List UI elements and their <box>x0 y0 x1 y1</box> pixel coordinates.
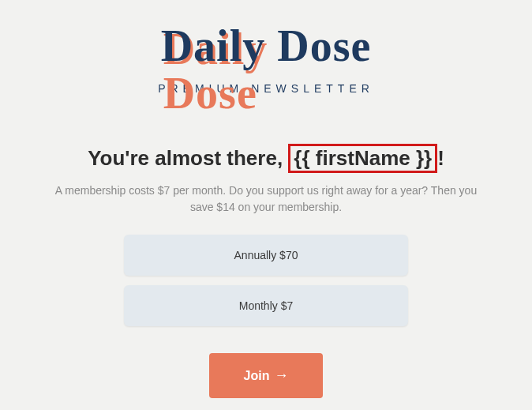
arrow-right-icon: → <box>274 367 288 384</box>
plan-annual-button[interactable]: Annually $70 <box>124 235 408 276</box>
join-button-label: Join <box>244 369 270 383</box>
brand-logo: Daily Dose Daily Dose <box>161 24 372 68</box>
plan-options: Annually $70 Monthly $7 <box>124 235 408 326</box>
plan-monthly-button[interactable]: Monthly $7 <box>124 285 408 326</box>
headline: You're almost there, {{ firstName }}! <box>88 144 444 173</box>
headline-prefix: You're almost there, <box>88 146 288 170</box>
description-text: A membership costs $7 per month. Do you … <box>45 182 487 216</box>
headline-suffix: ! <box>437 146 444 170</box>
join-button[interactable]: Join → <box>209 353 324 398</box>
brand-logo-text: Daily Dose <box>161 24 372 68</box>
template-placeholder: {{ firstName }} <box>288 144 437 173</box>
